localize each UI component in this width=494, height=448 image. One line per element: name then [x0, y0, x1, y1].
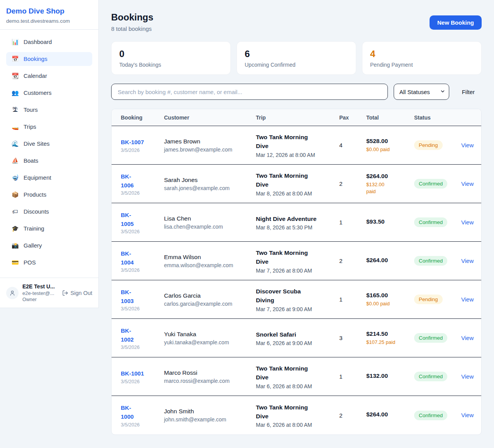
customer-name: Lisa Chen: [164, 215, 256, 222]
view-link[interactable]: View: [461, 258, 474, 264]
actions-cell: View: [461, 373, 474, 380]
table-row: BK-1001 3/5/2026 Marco Rossi marco.rossi…: [112, 357, 481, 396]
package-icon: 📦: [12, 191, 19, 198]
status-filter-select[interactable]: All Statuses: [394, 84, 449, 100]
pax-cell: 2: [339, 258, 366, 264]
customer-name: James Brown: [164, 138, 256, 145]
trip-name: Two Tank Morning Dive: [256, 364, 339, 382]
sidebar-item-pos[interactable]: 💳 POS: [6, 256, 92, 269]
actions-cell: View: [461, 142, 474, 149]
booking-id-link[interactable]: BK- 1003: [121, 288, 134, 306]
customer-cell: Sarah Jones sarah.jones@example.com: [164, 177, 256, 191]
pax-cell: 1: [339, 296, 366, 303]
total-amount: $132.00: [366, 372, 414, 379]
booking-id-link[interactable]: BK- 1005: [121, 211, 134, 229]
sidebar-item-dashboard[interactable]: 📊 Dashboard: [6, 35, 92, 49]
total-amount: $264.00: [366, 257, 414, 264]
booking-date: 3/5/2026: [121, 345, 164, 350]
sidebar-item-customers[interactable]: 👥 Customers: [6, 86, 92, 100]
status-cell: Confirmed: [414, 411, 461, 420]
filter-button[interactable]: Filter: [455, 89, 482, 95]
booking-date: 3/5/2026: [121, 422, 164, 428]
trip-date: Mar 8, 2026 at 5:30 PM: [256, 224, 339, 231]
view-link[interactable]: View: [461, 219, 474, 226]
total-cell: $528.00 $0.00 paid: [366, 138, 414, 153]
pax-cell: 1: [339, 219, 366, 226]
column-header-customer: Customer: [164, 115, 256, 121]
person-icon: [9, 290, 15, 296]
sidebar-item-label: POS: [24, 259, 36, 266]
booking-date: 3/5/2026: [121, 229, 164, 234]
view-link[interactable]: View: [461, 373, 474, 380]
sidebar-item-calendar[interactable]: 📆 Calendar: [6, 69, 92, 83]
booking-id-link[interactable]: BK- 1004: [121, 249, 134, 267]
view-link[interactable]: View: [461, 335, 474, 341]
customer-email: emma.wilson@example.com: [164, 262, 256, 268]
view-link[interactable]: View: [461, 412, 474, 418]
sidebar-item-trips[interactable]: 🚤 Trips: [6, 120, 92, 134]
sidebar-item-gallery[interactable]: 📸 Gallery: [6, 239, 92, 253]
booking-id-link[interactable]: BK-1001: [121, 369, 144, 378]
status-badge: Pending: [414, 295, 443, 304]
customer-cell: Carlos Garcia carlos.garcia@example.com: [164, 292, 256, 307]
sidebar-item-training[interactable]: 🎓 Training: [6, 222, 92, 236]
stat-label: Pending Payment: [370, 62, 474, 68]
booking-cell: BK-1007 3/5/2026: [121, 138, 164, 153]
sidebar-item-label: Dive Sites: [24, 140, 50, 147]
table-row: BK-1007 3/5/2026 James Brown james.brown…: [112, 126, 481, 165]
sidebar-item-bookings[interactable]: 📅 Bookings: [6, 52, 92, 66]
customer-cell: Lisa Chen lisa.chen@example.com: [164, 215, 256, 230]
page-subtitle: 8 total bookings: [111, 25, 153, 32]
user-email: e2e-tester@...: [22, 290, 58, 296]
status-cell: Confirmed: [414, 372, 461, 381]
booking-id-link[interactable]: BK- 1006: [121, 172, 134, 190]
status-filter-wrap: All Statuses: [394, 84, 449, 100]
brand: Demo Dive Shop demo.test.divestreams.com: [0, 0, 98, 29]
sidebar-item-dive-sites[interactable]: 🌊 Dive Sites: [6, 137, 92, 151]
stat-value: 4: [370, 49, 474, 59]
total-cell: $264.00: [366, 411, 414, 419]
logout-icon: [62, 290, 68, 296]
status-badge: Confirmed: [414, 256, 447, 266]
view-link[interactable]: View: [461, 142, 474, 148]
column-header-booking: Booking: [121, 115, 164, 121]
sidebar-item-discounts[interactable]: 🏷 Discounts: [6, 205, 92, 219]
booking-id-link[interactable]: BK- 1000: [121, 403, 134, 421]
booking-date: 3/5/2026: [121, 306, 164, 312]
stat-label: Upcoming Confirmed: [245, 62, 348, 68]
tear-off-calendar-icon: 📆: [12, 72, 19, 79]
wave-icon: 🌊: [12, 140, 19, 147]
customer-cell: Emma Wilson emma.wilson@example.com: [164, 254, 256, 268]
new-booking-button[interactable]: New Booking: [430, 15, 482, 30]
trip-date: Mar 8, 2026 at 8:00 AM: [256, 190, 339, 197]
booking-cell: BK- 1006 3/5/2026: [121, 172, 164, 196]
sidebar-item-equipment[interactable]: 🤿 Equipment: [6, 171, 92, 185]
booking-cell: BK- 1005 3/5/2026: [121, 211, 164, 235]
user-name: E2E Test U...: [22, 283, 58, 290]
booking-id-link[interactable]: BK-1007: [121, 138, 144, 147]
status-cell: Confirmed: [414, 179, 461, 189]
view-link[interactable]: View: [461, 180, 474, 187]
page-title: Bookings: [111, 12, 153, 22]
column-header-total: Total: [366, 115, 414, 121]
trip-cell: Two Tank Morning Dive Mar 7, 2026 at 8:0…: [256, 248, 339, 274]
trip-date: Mar 12, 2026 at 8:00 AM: [256, 152, 339, 158]
credit-card-icon: 💳: [12, 259, 19, 266]
pax-cell: 1: [339, 373, 366, 380]
customer-email: marco.rossi@example.com: [164, 378, 256, 384]
sidebar-item-tours[interactable]: 🏝 Tours: [6, 103, 92, 117]
booking-id-link[interactable]: BK- 1002: [121, 326, 134, 344]
actions-cell: View: [461, 335, 474, 342]
sidebar-item-boats[interactable]: ⛵ Boats: [6, 154, 92, 168]
view-link[interactable]: View: [461, 296, 474, 303]
trip-name: Two Tank Morning Dive: [256, 171, 339, 189]
trip-date: Mar 7, 2026 at 9:00 AM: [256, 306, 339, 312]
sign-out-button[interactable]: Sign Out: [62, 290, 92, 296]
stats-row: 0 Today's Bookings 6 Upcoming Confirmed …: [111, 41, 482, 75]
status-badge: Confirmed: [414, 333, 447, 343]
booking-cell: BK-1001 3/5/2026: [121, 369, 164, 384]
status-cell: Pending: [414, 140, 461, 150]
sidebar-item-products[interactable]: 📦 Products: [6, 188, 92, 202]
bar-chart-icon: 📊: [12, 39, 19, 45]
search-input[interactable]: [111, 84, 388, 100]
